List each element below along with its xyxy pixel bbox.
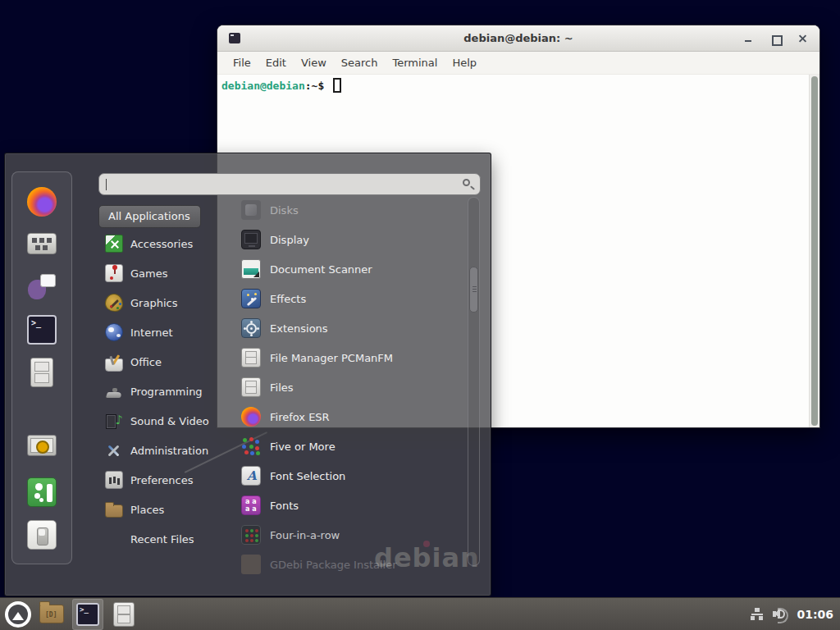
category-accessories[interactable]: Accessories: [105, 229, 210, 258]
category-graphics[interactable]: Graphics: [105, 288, 210, 317]
category-office[interactable]: Office: [105, 347, 210, 377]
category-internet[interactable]: Internet: [105, 317, 210, 347]
search-input[interactable]: [106, 176, 450, 192]
app-list-scrollbar[interactable]: [468, 197, 480, 566]
app-item-label: Extensions: [270, 322, 328, 335]
app-item-firefox-esr[interactable]: Firefox ESR: [241, 402, 471, 431]
app-item-files[interactable]: Files: [241, 372, 471, 402]
app-item-font-selection[interactable]: Font Selection: [241, 461, 471, 491]
favorite-pidgin-button[interactable]: [27, 272, 57, 302]
internet-icon: [105, 323, 123, 341]
app-item-four-in-a-row[interactable]: Four-in-a-row: [241, 520, 471, 550]
five-or-more-icon: [241, 436, 261, 456]
favorite-lock-screen-button[interactable]: [27, 435, 57, 464]
terminal-menu-item-edit[interactable]: Edit: [258, 53, 294, 72]
app-item-disks[interactable]: Disks: [241, 195, 471, 225]
terminal-menubar: FileEditViewSearchTerminalHelp: [217, 52, 819, 75]
terminal-window-title: debian@debian: ~: [217, 32, 819, 44]
terminal-menu-item-terminal[interactable]: Terminal: [385, 53, 445, 72]
cabinet-icon: [241, 377, 261, 397]
maximize-button[interactable]: [765, 25, 786, 52]
app-item-label: File Manager PCManFM: [270, 352, 393, 364]
fonts-icon: [241, 495, 261, 515]
terminal-menu-item-help[interactable]: Help: [445, 53, 484, 72]
category-games[interactable]: Games: [105, 258, 210, 288]
favorite-firefox-button[interactable]: [27, 187, 57, 217]
close-button[interactable]: [792, 25, 813, 52]
category-label: Accessories: [130, 238, 193, 250]
category-recent-files[interactable]: Recent Files: [105, 524, 210, 554]
category-label: Programming: [130, 386, 203, 398]
category-label: Games: [130, 267, 167, 280]
app-item-extensions[interactable]: Extensions: [241, 313, 471, 343]
display-icon: [241, 230, 261, 249]
favorite-terminal-button[interactable]: [27, 315, 57, 345]
extensions-icon: [241, 318, 261, 338]
scanner-icon: [241, 259, 261, 279]
app-list-scrollbar-thumb[interactable]: [469, 267, 478, 313]
app-item-label: Disks: [270, 204, 299, 217]
category-sound-video[interactable]: Sound & Video: [105, 406, 210, 436]
app-item-label: Four-in-a-row: [270, 529, 340, 541]
software-icon: [27, 233, 57, 254]
app-item-label: Display: [270, 234, 309, 246]
category-label: Office: [130, 356, 162, 368]
app-item-label: Firefox ESR: [270, 411, 330, 423]
cabinet-icon: [113, 602, 135, 627]
taskbar: 01:06: [0, 597, 840, 630]
category-label: Administration: [130, 445, 208, 457]
menu-search-box[interactable]: [98, 173, 481, 195]
minimize-button[interactable]: [737, 25, 759, 52]
favorite-file-manager-button[interactable]: [27, 358, 57, 387]
terminal-scrollbar-thumb[interactable]: [811, 76, 818, 426]
clock[interactable]: 01:06: [797, 608, 833, 621]
programming-icon: [105, 382, 123, 400]
terminal-titlebar[interactable]: debian@debian: ~: [217, 25, 819, 52]
category-programming[interactable]: Programming: [105, 377, 210, 406]
app-item-label: Font Selection: [270, 470, 345, 482]
favorite-shutdown-button[interactable]: [27, 520, 57, 550]
app-item-fonts[interactable]: Fonts: [241, 491, 471, 520]
taskbar-files-folder-button[interactable]: [36, 599, 67, 630]
logout-icon: [27, 477, 57, 507]
search-icon: [463, 179, 470, 186]
folder-icon: [39, 605, 64, 623]
category-places[interactable]: Places: [105, 495, 210, 524]
favorite-logout-button[interactable]: [27, 477, 57, 507]
gdebi-icon: [241, 555, 261, 574]
app-item-gdebi-package-installer[interactable]: GDebi Package Installer: [241, 550, 471, 579]
terminal-menu-item-search[interactable]: Search: [334, 53, 386, 72]
prompt-path: :~$: [305, 80, 324, 92]
taskbar-file-manager-button[interactable]: [108, 599, 139, 630]
taskbar-terminal-button[interactable]: [72, 599, 103, 630]
administration-icon: [105, 441, 123, 459]
app-item-five-or-more[interactable]: Five or More: [241, 431, 471, 461]
category-administration[interactable]: Administration: [105, 436, 210, 465]
app-item-effects[interactable]: Effects: [241, 284, 471, 313]
volume-icon[interactable]: [773, 608, 788, 620]
screensaver-icon: [27, 435, 57, 456]
terminal-cursor: [333, 78, 341, 93]
category-label: Preferences: [130, 474, 193, 486]
all-applications-button[interactable]: All Applications: [98, 205, 201, 228]
app-item-display[interactable]: Display: [241, 225, 471, 254]
four-in-a-row-icon: [241, 525, 261, 545]
app-item-file-manager-pcmanfm[interactable]: File Manager PCManFM: [241, 343, 471, 372]
favorites-panel: [11, 171, 72, 564]
network-wired-icon[interactable]: [751, 608, 764, 620]
app-item-document-scanner[interactable]: Document Scanner: [241, 254, 471, 284]
terminal-scrollbar[interactable]: [809, 75, 819, 427]
category-label: Places: [130, 504, 164, 516]
terminal-menu-item-view[interactable]: View: [294, 53, 334, 72]
firefox-icon: [241, 407, 261, 427]
category-preferences[interactable]: Preferences: [105, 465, 210, 495]
category-label: Internet: [130, 326, 173, 339]
application-menu: All Applications AccessoriesGamesGraphic…: [4, 153, 491, 596]
terminal-menu-item-file[interactable]: File: [226, 53, 258, 72]
preferences-icon: [105, 471, 123, 489]
disks-icon: [241, 200, 261, 220]
favorite-software-button[interactable]: [27, 230, 57, 259]
accessories-icon: [105, 235, 123, 253]
places-icon: [105, 504, 123, 518]
menu-button[interactable]: [5, 601, 31, 628]
